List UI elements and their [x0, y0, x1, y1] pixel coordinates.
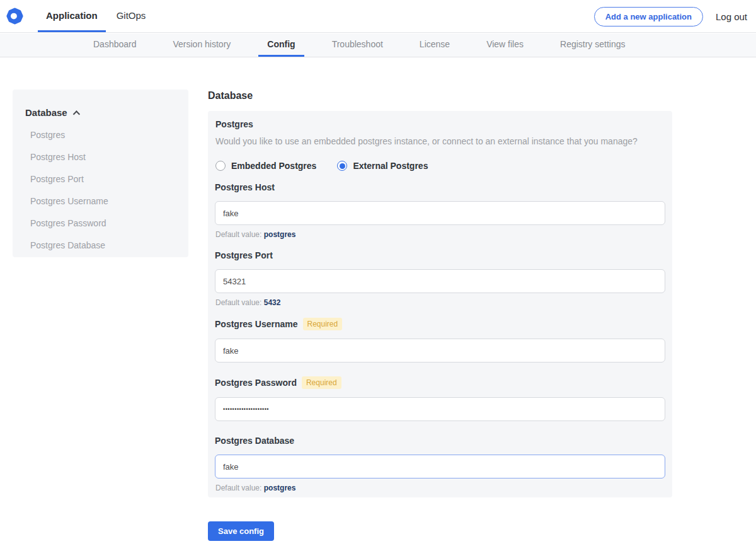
tab-gitops[interactable]: GitOps [108, 0, 154, 32]
subnav-item-registry-settings[interactable]: Registry settings [551, 33, 634, 57]
required-badge: Required [302, 376, 341, 389]
subnav-item-view-files[interactable]: View files [478, 33, 532, 57]
postgres-password-input[interactable] [215, 397, 665, 421]
postgres-host-input[interactable] [215, 201, 665, 225]
admin-console-screen: Application GitOps Add a new application… [0, 0, 756, 551]
subnav-item-license[interactable]: License [411, 33, 459, 57]
postgres-username-label-row: Postgres Username Required [215, 318, 665, 330]
postgres-port-label-row: Postgres Port [215, 250, 665, 261]
postgres-port-input[interactable] [215, 269, 665, 293]
sidebar-item-postgres-password[interactable]: Postgres Password [30, 218, 176, 229]
postgres-host-label: Postgres Host [215, 182, 275, 193]
logout-link[interactable]: Log out [716, 11, 747, 22]
postgres-database-default-note: Default value: postgres [215, 484, 665, 493]
sidebar-item-postgres-username[interactable]: Postgres Username [30, 196, 176, 207]
postgres-password-label-row: Postgres Password Required [215, 376, 665, 389]
postgres-password-label: Postgres Password [215, 377, 297, 388]
postgres-database-label: Postgres Database [215, 435, 294, 446]
radio-checked-icon [337, 161, 347, 171]
top-navigation-bar: Application GitOps Add a new application… [0, 0, 756, 33]
postgres-database-input[interactable] [215, 455, 665, 478]
page-title: Database [208, 90, 253, 102]
postgres-username-input[interactable] [215, 339, 665, 362]
sidebar-group-label: Database [25, 107, 67, 119]
add-new-application-button[interactable]: Add a new application [594, 7, 703, 26]
sidebar-item-postgres-host[interactable]: Postgres Host [30, 152, 176, 163]
save-config-button[interactable]: Save config [208, 521, 274, 541]
chevron-up-icon [72, 110, 79, 117]
postgres-database-label-row: Postgres Database [215, 435, 665, 446]
subnav-item-version-history[interactable]: Version history [164, 33, 240, 57]
radio-external-label: External Postgres [353, 161, 428, 171]
radio-external-postgres[interactable]: External Postgres [337, 161, 428, 171]
sidebar-item-postgres-database[interactable]: Postgres Database [30, 240, 176, 251]
config-group-card: Postgres Would you like to use an embedd… [208, 111, 672, 497]
subnav-item-config[interactable]: Config [258, 33, 304, 57]
postgres-group-label: Postgres [215, 119, 665, 130]
sidebar-item-postgres[interactable]: Postgres [30, 130, 176, 141]
postgres-port-label: Postgres Port [215, 250, 273, 261]
topbar-right-actions: Add a new application Log out [594, 0, 756, 33]
subnav-item-troubleshoot[interactable]: Troubleshoot [323, 33, 392, 57]
sidebar-item-postgres-port[interactable]: Postgres Port [30, 174, 176, 185]
app-subnav: Dashboard Version history Config Trouble… [0, 33, 756, 57]
postgres-username-label: Postgres Username [215, 318, 298, 330]
required-badge: Required [303, 318, 343, 330]
postgres-host-default-note: Default value: postgres [215, 230, 665, 240]
top-tabs: Application GitOps [35, 0, 154, 32]
postgres-help-text: Would you like to use an embedded postgr… [215, 136, 665, 147]
radio-unchecked-icon [215, 161, 226, 171]
radio-embedded-label: Embedded Postgres [231, 161, 316, 171]
postgres-port-default-note: Default value: 5432 [215, 298, 665, 308]
subnav-item-dashboard[interactable]: Dashboard [84, 33, 146, 57]
config-sidebar: Database Postgres Postgres Host Postgres… [13, 90, 188, 257]
app-logo[interactable] [6, 0, 23, 32]
sidebar-group-database[interactable]: Database [25, 107, 176, 119]
postgres-host-label-row: Postgres Host [215, 182, 665, 193]
postgres-type-radio-group: Embedded Postgres External Postgres [215, 160, 665, 171]
app-logo-icon [6, 8, 23, 25]
radio-embedded-postgres[interactable]: Embedded Postgres [215, 161, 316, 171]
tab-application[interactable]: Application [38, 0, 106, 32]
